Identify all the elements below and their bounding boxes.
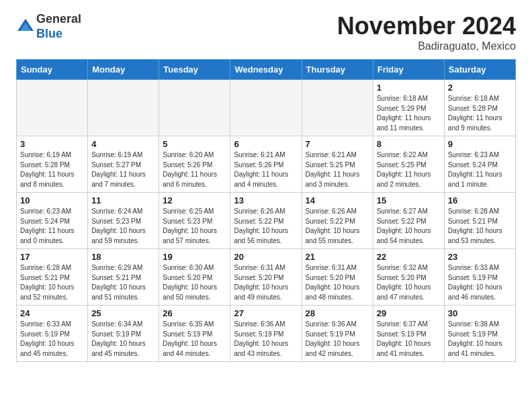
- month-title: November 2024: [337, 12, 516, 40]
- day-info: Sunrise: 6:25 AM Sunset: 5:23 PM Dayligh…: [163, 207, 226, 246]
- title-block: November 2024 Badiraguato, Mexico: [337, 12, 516, 52]
- calendar-cell: 22Sunrise: 6:32 AM Sunset: 5:20 PM Dayli…: [373, 249, 444, 306]
- calendar-cell: 14Sunrise: 6:26 AM Sunset: 5:22 PM Dayli…: [302, 193, 373, 249]
- calendar-cell: [88, 80, 159, 136]
- day-info: Sunrise: 6:26 AM Sunset: 5:22 PM Dayligh…: [234, 207, 298, 246]
- calendar-cell: 3Sunrise: 6:19 AM Sunset: 5:28 PM Daylig…: [17, 136, 88, 193]
- day-number: 30: [448, 308, 512, 318]
- calendar-cell: 24Sunrise: 6:33 AM Sunset: 5:19 PM Dayli…: [17, 306, 88, 362]
- calendar-cell: [159, 80, 230, 136]
- day-number: 15: [377, 195, 441, 205]
- page-header: General Blue November 2024 Badiraguato, …: [0, 0, 532, 59]
- calendar-wrapper: Sunday Monday Tuesday Wednesday Thursday…: [0, 59, 532, 370]
- calendar-cell: 17Sunrise: 6:28 AM Sunset: 5:21 PM Dayli…: [17, 249, 88, 306]
- calendar-cell: 12Sunrise: 6:25 AM Sunset: 5:23 PM Dayli…: [159, 193, 230, 249]
- day-number: 23: [448, 252, 512, 262]
- day-info: Sunrise: 6:36 AM Sunset: 5:19 PM Dayligh…: [306, 320, 369, 359]
- calendar-cell: 28Sunrise: 6:36 AM Sunset: 5:19 PM Dayli…: [302, 306, 373, 362]
- weekday-friday: Friday: [373, 60, 444, 80]
- day-info: Sunrise: 6:35 AM Sunset: 5:19 PM Dayligh…: [163, 320, 226, 359]
- day-number: 4: [91, 139, 155, 149]
- calendar-cell: 5Sunrise: 6:20 AM Sunset: 5:26 PM Daylig…: [159, 136, 230, 193]
- day-number: 2: [448, 83, 512, 93]
- calendar-table: Sunday Monday Tuesday Wednesday Thursday…: [16, 59, 516, 362]
- calendar-cell: 18Sunrise: 6:29 AM Sunset: 5:21 PM Dayli…: [88, 249, 159, 306]
- calendar-cell: 30Sunrise: 6:38 AM Sunset: 5:19 PM Dayli…: [444, 306, 515, 362]
- calendar-cell: 10Sunrise: 6:23 AM Sunset: 5:24 PM Dayli…: [17, 193, 88, 249]
- calendar-cell: [302, 80, 373, 136]
- day-info: Sunrise: 6:19 AM Sunset: 5:28 PM Dayligh…: [20, 150, 84, 189]
- day-info: Sunrise: 6:19 AM Sunset: 5:27 PM Dayligh…: [91, 150, 155, 189]
- day-number: 9: [448, 139, 512, 149]
- day-info: Sunrise: 6:20 AM Sunset: 5:26 PM Dayligh…: [163, 150, 226, 189]
- day-number: 7: [306, 139, 369, 149]
- weekday-sunday: Sunday: [17, 60, 88, 80]
- calendar-cell: 6Sunrise: 6:21 AM Sunset: 5:26 PM Daylig…: [230, 136, 302, 193]
- day-info: Sunrise: 6:28 AM Sunset: 5:21 PM Dayligh…: [448, 207, 512, 246]
- calendar-cell: 25Sunrise: 6:34 AM Sunset: 5:19 PM Dayli…: [88, 306, 159, 362]
- day-number: 28: [306, 308, 369, 318]
- calendar-cell: 20Sunrise: 6:31 AM Sunset: 5:20 PM Dayli…: [230, 249, 302, 306]
- weekday-saturday: Saturday: [444, 60, 515, 80]
- calendar-header: Sunday Monday Tuesday Wednesday Thursday…: [17, 60, 516, 80]
- calendar-cell: 26Sunrise: 6:35 AM Sunset: 5:19 PM Dayli…: [159, 306, 230, 362]
- calendar-cell: 8Sunrise: 6:22 AM Sunset: 5:25 PM Daylig…: [373, 136, 444, 193]
- day-number: 16: [448, 195, 512, 205]
- weekday-monday: Monday: [88, 60, 159, 80]
- day-number: 5: [163, 139, 226, 149]
- day-info: Sunrise: 6:37 AM Sunset: 5:19 PM Dayligh…: [377, 320, 441, 359]
- day-info: Sunrise: 6:32 AM Sunset: 5:20 PM Dayligh…: [377, 263, 441, 302]
- calendar-cell: [17, 80, 88, 136]
- calendar-cell: 2Sunrise: 6:18 AM Sunset: 5:28 PM Daylig…: [444, 80, 515, 136]
- day-info: Sunrise: 6:33 AM Sunset: 5:19 PM Dayligh…: [20, 320, 84, 359]
- day-info: Sunrise: 6:34 AM Sunset: 5:19 PM Dayligh…: [91, 320, 155, 359]
- day-info: Sunrise: 6:31 AM Sunset: 5:20 PM Dayligh…: [234, 263, 298, 302]
- day-info: Sunrise: 6:18 AM Sunset: 5:28 PM Dayligh…: [448, 94, 512, 133]
- day-number: 8: [377, 139, 441, 149]
- calendar-body: 1Sunrise: 6:18 AM Sunset: 5:29 PM Daylig…: [17, 80, 516, 362]
- day-info: Sunrise: 6:30 AM Sunset: 5:20 PM Dayligh…: [163, 263, 226, 302]
- day-number: 25: [91, 308, 155, 318]
- day-info: Sunrise: 6:21 AM Sunset: 5:25 PM Dayligh…: [306, 150, 369, 189]
- logo-icon: [16, 17, 35, 36]
- day-number: 14: [306, 195, 369, 205]
- day-info: Sunrise: 6:28 AM Sunset: 5:21 PM Dayligh…: [20, 263, 84, 302]
- day-info: Sunrise: 6:29 AM Sunset: 5:21 PM Dayligh…: [91, 263, 155, 302]
- weekday-thursday: Thursday: [302, 60, 373, 80]
- calendar-cell: 11Sunrise: 6:24 AM Sunset: 5:23 PM Dayli…: [88, 193, 159, 249]
- calendar-cell: 29Sunrise: 6:37 AM Sunset: 5:19 PM Dayli…: [373, 306, 444, 362]
- day-number: 20: [234, 252, 298, 262]
- day-number: 13: [234, 195, 298, 205]
- calendar-cell: 16Sunrise: 6:28 AM Sunset: 5:21 PM Dayli…: [444, 193, 515, 249]
- day-number: 6: [234, 139, 298, 149]
- weekday-tuesday: Tuesday: [159, 60, 230, 80]
- calendar-cell: 1Sunrise: 6:18 AM Sunset: 5:29 PM Daylig…: [373, 80, 444, 136]
- day-info: Sunrise: 6:38 AM Sunset: 5:19 PM Dayligh…: [448, 320, 512, 359]
- day-number: 3: [20, 139, 84, 149]
- day-number: 12: [163, 195, 226, 205]
- logo-blue-text: Blue: [36, 27, 62, 40]
- day-number: 22: [377, 252, 441, 262]
- calendar-cell: 23Sunrise: 6:33 AM Sunset: 5:19 PM Dayli…: [444, 249, 515, 306]
- calendar-cell: [230, 80, 302, 136]
- calendar-cell: 4Sunrise: 6:19 AM Sunset: 5:27 PM Daylig…: [88, 136, 159, 193]
- day-number: 19: [163, 252, 226, 262]
- calendar-cell: 15Sunrise: 6:27 AM Sunset: 5:22 PM Dayli…: [373, 193, 444, 249]
- day-info: Sunrise: 6:36 AM Sunset: 5:19 PM Dayligh…: [234, 320, 298, 359]
- calendar-cell: 27Sunrise: 6:36 AM Sunset: 5:19 PM Dayli…: [230, 306, 302, 362]
- calendar-cell: 13Sunrise: 6:26 AM Sunset: 5:22 PM Dayli…: [230, 193, 302, 249]
- day-number: 17: [20, 252, 84, 262]
- calendar-cell: 9Sunrise: 6:23 AM Sunset: 5:24 PM Daylig…: [444, 136, 515, 193]
- day-number: 10: [20, 195, 84, 205]
- day-number: 24: [20, 308, 84, 318]
- day-info: Sunrise: 6:23 AM Sunset: 5:24 PM Dayligh…: [448, 150, 512, 189]
- day-info: Sunrise: 6:31 AM Sunset: 5:20 PM Dayligh…: [306, 263, 369, 302]
- day-number: 27: [234, 308, 298, 318]
- logo: General Blue: [16, 12, 81, 41]
- day-number: 26: [163, 308, 226, 318]
- day-number: 1: [377, 83, 441, 93]
- logo-general-text: General: [36, 12, 81, 26]
- day-info: Sunrise: 6:27 AM Sunset: 5:22 PM Dayligh…: [377, 207, 441, 246]
- day-number: 29: [377, 308, 441, 318]
- day-number: 11: [91, 195, 155, 205]
